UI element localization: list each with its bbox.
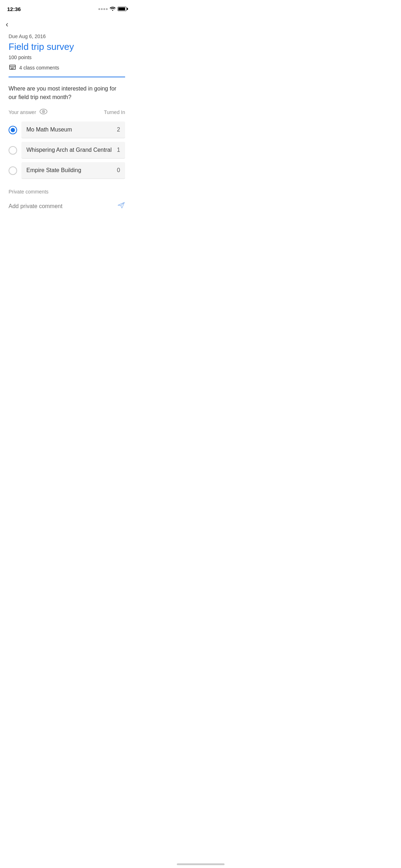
answer-label: Your answer bbox=[9, 109, 36, 115]
radio-button-1[interactable] bbox=[9, 126, 17, 134]
section-divider bbox=[9, 77, 125, 77]
turned-in-status: Turned In bbox=[104, 109, 125, 115]
eye-icon[interactable] bbox=[40, 109, 47, 116]
option-box-2[interactable]: Whispering Arch at Grand Central 1 bbox=[21, 142, 125, 159]
answer-label-row: Your answer bbox=[9, 109, 47, 116]
option-text-3: Empire State Building bbox=[26, 167, 81, 174]
private-comment-input[interactable] bbox=[9, 203, 117, 210]
due-date: Due Aug 6, 2016 bbox=[9, 33, 125, 39]
option-box-3[interactable]: Empire State Building 0 bbox=[21, 162, 125, 179]
status-time: 12:36 bbox=[7, 6, 21, 12]
option-row-2[interactable]: Whispering Arch at Grand Central 1 bbox=[9, 142, 125, 159]
class-comments-row[interactable]: 4 class comments bbox=[9, 64, 125, 72]
answer-header: Your answer Turned In bbox=[9, 109, 125, 116]
svg-rect-0 bbox=[10, 65, 16, 69]
main-content: Due Aug 6, 2016 Field trip survey 100 po… bbox=[0, 32, 134, 221]
option-text-1: Mo Math Museum bbox=[26, 126, 72, 133]
class-comments-text: 4 class comments bbox=[19, 65, 59, 71]
radio-button-2[interactable] bbox=[9, 146, 17, 155]
option-count-2: 1 bbox=[117, 147, 120, 153]
option-row-3[interactable]: Empire State Building 0 bbox=[9, 162, 125, 179]
status-icons bbox=[98, 6, 127, 12]
option-box-1[interactable]: Mo Math Museum 2 bbox=[21, 122, 125, 138]
back-button[interactable]: ‹ bbox=[0, 17, 15, 32]
svg-point-6 bbox=[43, 111, 44, 112]
comment-icon bbox=[9, 64, 16, 72]
points: 100 points bbox=[9, 55, 125, 60]
option-row-1[interactable]: Mo Math Museum 2 bbox=[9, 122, 125, 138]
signal-icon bbox=[98, 8, 108, 10]
options-list: Mo Math Museum 2 Whispering Arch at Gran… bbox=[9, 122, 125, 179]
radio-button-3[interactable] bbox=[9, 166, 17, 175]
question-text: Where are you most interested in going f… bbox=[9, 84, 125, 102]
send-icon[interactable] bbox=[117, 202, 125, 211]
private-comments-label: Private comments bbox=[9, 189, 125, 195]
back-chevron-icon: ‹ bbox=[6, 21, 8, 29]
option-count-1: 2 bbox=[117, 126, 120, 133]
wifi-icon bbox=[110, 6, 115, 12]
battery-icon bbox=[118, 7, 127, 11]
option-count-3: 0 bbox=[117, 167, 120, 174]
status-bar: 12:36 bbox=[0, 0, 134, 16]
assignment-title: Field trip survey bbox=[9, 41, 125, 52]
option-text-2: Whispering Arch at Grand Central bbox=[26, 147, 112, 153]
comment-input-row[interactable] bbox=[9, 200, 125, 212]
